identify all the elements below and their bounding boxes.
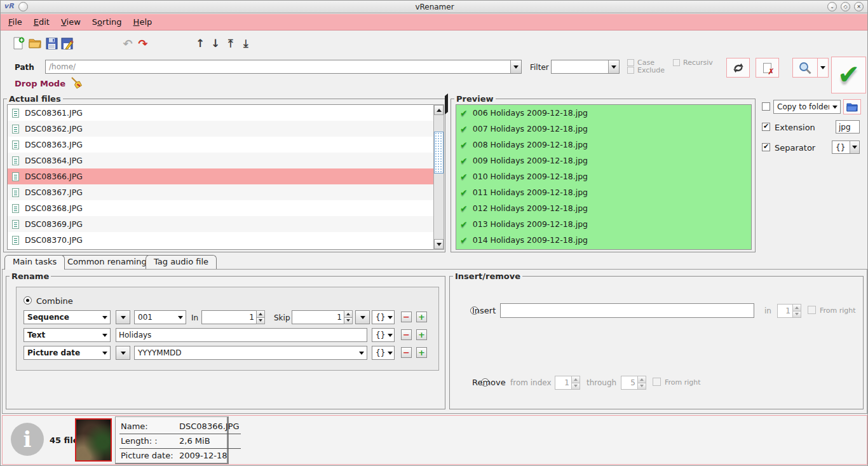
- preview-row[interactable]: ✔ 006 Holidays 2009-12-18.jpg: [456, 105, 751, 121]
- remove-file-button[interactable]: ✗: [756, 58, 779, 78]
- spin-up-icon[interactable]: [344, 310, 353, 318]
- copy-to-folder-checkbox[interactable]: [762, 102, 770, 111]
- date-format-combobox[interactable]: YYYYMMDD: [134, 346, 367, 360]
- open-folder-button[interactable]: [27, 36, 43, 51]
- preview-row[interactable]: ✔ 011 Holidays 2009-12-18.jpg: [456, 184, 751, 200]
- rename-type-dropdown-icon-2[interactable]: [99, 329, 110, 341]
- chevron-down-icon[interactable]: [386, 329, 394, 341]
- extension-input[interactable]: [836, 120, 860, 134]
- tab-main-tasks[interactable]: Main tasks: [4, 255, 65, 270]
- preview-button[interactable]: [792, 58, 818, 78]
- spin-down-icon[interactable]: [637, 383, 646, 390]
- add-row-button-1[interactable]: +: [416, 312, 427, 322]
- spin-up-icon[interactable]: [792, 304, 801, 312]
- file-row[interactable]: DSC08369.JPG: [8, 216, 433, 232]
- from-index-input[interactable]: [555, 376, 571, 390]
- rename-type-dropdown-icon-1[interactable]: [99, 311, 110, 324]
- separator-checkbox[interactable]: [762, 143, 770, 151]
- sequence-options-button[interactable]: [116, 310, 130, 324]
- move-down-button[interactable]: ↓: [208, 36, 223, 51]
- scrollbar-thumb[interactable]: [434, 132, 444, 174]
- tab-tag-audio-file[interactable]: Tag audio file: [146, 255, 217, 269]
- insert-text-input[interactable]: [500, 303, 754, 318]
- remove-row-button-2[interactable]: −: [401, 329, 412, 340]
- preview-row[interactable]: ✔ 010 Holidays 2009-12-18.jpg: [456, 168, 751, 184]
- file-row[interactable]: DSC08366.JPG: [8, 168, 433, 184]
- filter-dropdown-icon[interactable]: [608, 60, 619, 73]
- copy-to-folder-dropdown-icon[interactable]: [829, 100, 840, 113]
- files-scrollbar[interactable]: [433, 104, 444, 250]
- new-file-button[interactable]: [11, 36, 26, 51]
- in-spinner[interactable]: [201, 310, 265, 324]
- through-input[interactable]: [621, 376, 637, 390]
- insert-from-right-checkbox[interactable]: [808, 306, 816, 314]
- choose-folder-button[interactable]: [843, 99, 861, 114]
- rename-type-dropdown-icon-3[interactable]: [99, 346, 110, 359]
- from-index-spinner[interactable]: [555, 376, 580, 390]
- path-combobox[interactable]: /home/: [45, 60, 522, 74]
- move-up-button[interactable]: ↑: [193, 36, 208, 51]
- through-spinner[interactable]: [621, 376, 646, 390]
- menu-sorting[interactable]: Sorting: [91, 15, 130, 29]
- undo-button[interactable]: ↶: [120, 36, 135, 51]
- save-button[interactable]: [44, 36, 59, 51]
- sequence-start-combobox[interactable]: 001: [134, 310, 186, 324]
- minimize-button[interactable]: ⌄: [827, 2, 837, 11]
- remove-from-right-checkbox[interactable]: [653, 378, 661, 386]
- file-row[interactable]: DSC08362.JPG: [8, 121, 433, 137]
- move-to-top-button[interactable]: ⤒: [223, 36, 238, 51]
- filter-combobox[interactable]: [551, 60, 620, 74]
- sequence-extra-dropdown[interactable]: [355, 310, 370, 324]
- spin-down-icon[interactable]: [792, 312, 801, 319]
- preview-row[interactable]: ✔ 013 Holidays 2009-12-18.jpg: [456, 216, 751, 232]
- refresh-button[interactable]: [726, 58, 750, 78]
- sequence-start-dropdown-icon[interactable]: [175, 311, 186, 324]
- remove-row-button-3[interactable]: −: [401, 347, 412, 358]
- spin-down-icon[interactable]: [256, 318, 265, 325]
- skip-spinner-input[interactable]: [292, 310, 344, 324]
- spin-up-icon[interactable]: [571, 376, 580, 383]
- file-row[interactable]: DSC08364.JPG: [8, 153, 433, 168]
- spin-up-icon[interactable]: [256, 310, 265, 318]
- add-row-button-2[interactable]: +: [416, 329, 427, 340]
- apply-rename-button[interactable]: ✔: [831, 57, 866, 93]
- remove-row-button-1[interactable]: −: [401, 312, 412, 322]
- insert-position-spinner[interactable]: [777, 304, 801, 318]
- actual-files-list[interactable]: DSC08361.JPG DSC08362.JPG DSC08363.JPG D…: [7, 104, 434, 250]
- skip-spinner[interactable]: [292, 310, 353, 324]
- move-to-bottom-button[interactable]: ⤓: [238, 36, 254, 51]
- rename-type-combobox-1[interactable]: Sequence: [24, 310, 111, 324]
- extension-checkbox[interactable]: [762, 123, 770, 131]
- spin-up-icon[interactable]: [637, 376, 646, 383]
- preview-row[interactable]: ✔ 014 Holidays 2009-12-18.jpg: [456, 232, 751, 248]
- text-value-input[interactable]: [116, 328, 367, 342]
- case-checkbox[interactable]: [627, 59, 634, 66]
- separator-dropdown-icon[interactable]: [850, 141, 859, 153]
- separator-combobox-row2[interactable]: {}: [372, 328, 395, 342]
- menu-view[interactable]: View: [60, 15, 88, 29]
- picture-date-options-button[interactable]: [116, 346, 130, 360]
- rename-type-combobox-2[interactable]: Text: [24, 328, 111, 342]
- splitter-collapse-right[interactable]: [445, 103, 448, 112]
- date-format-dropdown-icon[interactable]: [356, 346, 367, 359]
- copy-to-folder-combobox[interactable]: Copy to folder: [773, 100, 841, 114]
- separator-combobox[interactable]: {}: [832, 140, 860, 154]
- exclude-checkbox[interactable]: [627, 67, 634, 74]
- insert-position-input[interactable]: [777, 304, 792, 318]
- chevron-down-icon[interactable]: [386, 311, 394, 324]
- menu-help[interactable]: Help: [132, 15, 160, 29]
- file-row[interactable]: DSC08367.JPG: [8, 184, 433, 200]
- rename-type-combobox-3[interactable]: Picture date: [24, 346, 111, 360]
- preview-options-dropdown[interactable]: [817, 58, 829, 78]
- spin-down-icon[interactable]: [344, 318, 353, 325]
- preview-row[interactable]: ✔ 009 Holidays 2009-12-18.jpg: [456, 153, 751, 168]
- combine-radio[interactable]: [24, 296, 32, 305]
- recursiv-checkbox[interactable]: [673, 59, 680, 66]
- preview-list[interactable]: ✔ 006 Holidays 2009-12-18.jpg ✔ 007 Holi…: [456, 104, 752, 250]
- add-row-button-3[interactable]: +: [416, 347, 427, 358]
- menu-file[interactable]: File: [7, 15, 30, 29]
- preview-row[interactable]: ✔ 012 Holidays 2009-12-18.jpg: [456, 200, 751, 216]
- file-row[interactable]: DSC08370.JPG: [8, 232, 433, 248]
- path-dropdown-icon[interactable]: [510, 60, 521, 73]
- spin-down-icon[interactable]: [571, 383, 580, 390]
